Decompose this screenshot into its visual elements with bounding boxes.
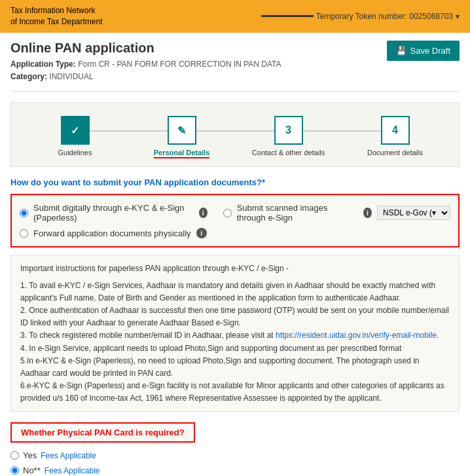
info-icon-3[interactable]: i <box>196 228 207 238</box>
divider-1 <box>10 91 460 92</box>
pan-option-no: No** Fees Applicable <box>10 466 460 475</box>
submission-label-3[interactable]: Forward application documents physically <box>33 229 191 238</box>
token-display[interactable]: Temporary Token number: 0025068703 ▾ <box>261 12 460 21</box>
token-chevron[interactable]: ▾ <box>456 12 460 21</box>
pan-label-yes[interactable]: Yes <box>23 450 37 460</box>
org-logo: Tax Information Network of Income Tax De… <box>10 5 103 27</box>
step-circle-1: ✓ <box>61 116 90 145</box>
step-label-1: Guidelines <box>58 149 92 156</box>
pan-radio-yes[interactable] <box>10 451 19 460</box>
app-type-value: Form CR - PAN FORM FOR CORRECTION IN PAN… <box>78 60 281 69</box>
save-icon: 💾 <box>396 46 407 56</box>
instruction-5: 5.In e-KYC & e-Sign (Paperless), no need… <box>20 355 450 380</box>
aadhaar-link[interactable]: https://resident.uidai.gov.in/verify-ema… <box>276 331 439 340</box>
submission-radio-1[interactable] <box>20 209 28 217</box>
info-icon-2[interactable]: i <box>363 208 372 218</box>
token-masked-bar <box>261 15 314 17</box>
pan-option-yes: Yes Fees Applicable <box>10 450 460 460</box>
step-contact-details: 3 Contact & other details <box>235 116 342 156</box>
step-label-4: Document details <box>367 149 423 156</box>
submission-options-box: Submit digitally through e-KYC & e-Sign … <box>10 194 460 247</box>
physical-pan-question: Whether Physical PAN Card is required? <box>21 428 185 437</box>
submission-radio-2[interactable] <box>223 209 232 217</box>
step-document-details: 4 Document details <box>342 116 448 156</box>
step-label-2: Personal Details <box>154 149 210 158</box>
stepper-section: ✓ Guidelines ✎ Personal Details 3 Contac… <box>10 102 460 167</box>
pan-radio-no[interactable] <box>10 466 19 475</box>
step-circle-3: 3 <box>274 116 303 145</box>
instruction-1: 1. To avail e-KYC / e-Sign Services, Aad… <box>20 280 450 304</box>
instructions-title: Important instructions for paperless PAN… <box>20 263 450 275</box>
header: Tax Information Network of Income Tax De… <box>0 0 470 33</box>
app-type-label: Application Type: <box>10 60 76 69</box>
instruction-4: 4. In e-Sign Service, applicant needs to… <box>20 342 450 355</box>
page-title: Online PAN application <box>10 41 281 56</box>
submission-label-2[interactable]: Submit scanned images through e-Sign <box>237 203 358 223</box>
info-icon-1[interactable]: i <box>199 208 208 218</box>
token-text: Temporary Token number: 0025068703 <box>316 12 453 21</box>
submission-question: How do you want to submit your PAN appli… <box>10 177 460 187</box>
app-meta: Application Type: Form CR - PAN FORM FOR… <box>10 58 281 83</box>
fees-link-yes[interactable]: Fees Applicable <box>41 451 96 460</box>
category-value: INDIVIDUAL <box>49 72 93 81</box>
submission-radio-3[interactable] <box>20 229 28 238</box>
instruction-6: 6.e-KYC & e-Sign (Paperless) and e-Sign … <box>20 380 450 405</box>
submission-label-1[interactable]: Submit digitally through e-KYC & e-Sign … <box>33 203 194 223</box>
step-personal-details: ✎ Personal Details <box>128 116 235 158</box>
page-title-block: Online PAN application Application Type:… <box>10 41 281 83</box>
step-label-3: Contact & other details <box>252 149 325 156</box>
org-line2: of Income Tax Department <box>10 16 103 27</box>
save-draft-button[interactable]: 💾 Save Draft <box>387 41 460 61</box>
step-guidelines: ✓ Guidelines <box>22 116 128 156</box>
main-content: How do you want to submit your PAN appli… <box>10 177 460 476</box>
nsdl-select[interactable]: NSDL e-Gov (▾ <box>377 206 450 220</box>
stepper: ✓ Guidelines ✎ Personal Details 3 Contac… <box>22 116 448 158</box>
category-label: Category: <box>10 72 47 81</box>
instruction-3: 3. To check registered mobile number/ema… <box>20 329 450 342</box>
page-container: Online PAN application Application Type:… <box>0 33 470 476</box>
instructions-box: Important instructions for paperless PAN… <box>10 255 460 412</box>
step-circle-4: 4 <box>381 116 410 145</box>
submission-option-1: Submit digitally through e-KYC & e-Sign … <box>20 203 450 223</box>
submission-option-3: Forward application documents physically… <box>20 228 450 238</box>
step-circle-2: ✎ <box>168 116 196 145</box>
save-draft-label: Save Draft <box>410 46 450 56</box>
pan-label-no[interactable]: No** <box>23 466 41 475</box>
fees-link-no[interactable]: Fees Applicable <box>45 466 100 475</box>
instruction-2: 2. Once authentication of Aadhaar is suc… <box>20 304 450 329</box>
physical-pan-question-box: Whether Physical PAN Card is required? <box>10 422 195 443</box>
page-title-section: Online PAN application Application Type:… <box>10 41 460 83</box>
org-line1: Tax Information Network <box>10 5 103 16</box>
physical-pan-section: Whether Physical PAN Card is required? Y… <box>10 422 460 475</box>
